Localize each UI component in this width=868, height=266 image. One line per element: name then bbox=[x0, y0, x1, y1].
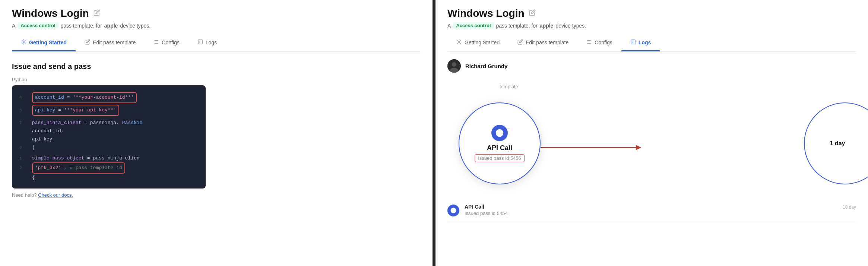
right-subtitle: A Access control pass template, for appl… bbox=[447, 22, 856, 29]
right-edit-pass-template-icon bbox=[517, 39, 523, 46]
left-tab-logs[interactable]: Logs bbox=[189, 35, 226, 51]
left-tab-edit-pass-template[interactable]: Edit pass template bbox=[76, 35, 145, 51]
right-tab-logs[interactable]: Logs bbox=[621, 35, 660, 51]
right-tab-edit-pass-template[interactable]: Edit pass template bbox=[509, 35, 577, 51]
configs-icon bbox=[153, 39, 159, 46]
right-tabs: Getting Started Edit pass template Confi… bbox=[447, 35, 856, 52]
api-call-circle: API Call Issued pass id 5456 bbox=[459, 102, 541, 184]
svg-point-8 bbox=[459, 41, 460, 43]
getting-started-icon bbox=[21, 39, 26, 46]
log-main-text: API Call bbox=[465, 204, 837, 210]
code-line-simple-pass: 1 simple_pass_object = pass_ninja_clien bbox=[19, 154, 198, 162]
code-line-7: 7 pass_ninja_client = passninja. PassNin bbox=[19, 119, 198, 127]
left-tab-getting-started-label: Getting Started bbox=[29, 39, 67, 45]
left-tab-configs-label: Configs bbox=[162, 39, 179, 45]
log-item-icon bbox=[447, 205, 459, 216]
right-tab-configs[interactable]: Configs bbox=[577, 35, 621, 51]
right-configs-icon bbox=[586, 39, 592, 46]
left-page-title: Windows Login bbox=[12, 7, 89, 19]
left-device-type: apple bbox=[104, 23, 118, 29]
left-tabs: Getting Started Edit pass template Confi… bbox=[12, 35, 421, 52]
left-tab-edit-pass-template-label: Edit pass template bbox=[93, 39, 136, 45]
right-header: Windows Login A Access control pass temp… bbox=[435, 0, 868, 52]
circle-sub-text: Issued pass id 5456 bbox=[475, 154, 525, 162]
left-tab-logs-label: Logs bbox=[206, 39, 217, 45]
log-list: API Call Issued pass id 5454 18 day bbox=[447, 199, 856, 221]
right-subtitle-suffix: pass template, for bbox=[496, 23, 538, 29]
code-highlight-account: account_id = '**your-account-id**' bbox=[32, 92, 137, 103]
left-access-control-badge: Access control bbox=[18, 22, 58, 29]
check-docs-link[interactable]: Check our docs. bbox=[38, 192, 73, 198]
left-edit-icon-button[interactable] bbox=[93, 9, 101, 19]
svg-point-17 bbox=[452, 62, 456, 67]
left-title-row: Windows Login bbox=[12, 7, 421, 19]
user-name: Richard Grundy bbox=[465, 63, 507, 69]
arrow-line bbox=[541, 147, 637, 148]
lang-label: Python bbox=[12, 77, 421, 82]
left-subtitle: A Access control pass template, for appl… bbox=[12, 22, 421, 29]
left-subtitle-suffix: pass template, for bbox=[61, 23, 102, 29]
left-panel: Windows Login A Access control pass temp… bbox=[0, 0, 433, 266]
left-tab-configs[interactable]: Configs bbox=[145, 35, 188, 51]
right-tab-getting-started[interactable]: Getting Started bbox=[447, 35, 509, 51]
edit-pass-template-icon bbox=[85, 39, 90, 46]
right-circle: 1 day bbox=[804, 102, 868, 184]
code-highlight-apikey: api_key = '**your-api-key**' bbox=[32, 105, 119, 116]
right-panel: Windows Login A Access control pass temp… bbox=[435, 0, 868, 266]
logs-icon-right bbox=[630, 39, 636, 46]
right-getting-started-icon bbox=[456, 39, 462, 46]
right-subtitle-prefix: A bbox=[447, 23, 451, 29]
right-tab-configs-label: Configs bbox=[595, 39, 612, 45]
logs-body: Richard Grundy template API Call Issued … bbox=[435, 52, 868, 266]
code-line-5: 5 api_key = '**your-api-key**' bbox=[19, 105, 198, 117]
log-text-area: API Call Issued pass id 5454 bbox=[465, 204, 837, 216]
log-time: 18 day bbox=[843, 204, 856, 210]
user-row: Richard Grundy bbox=[447, 59, 856, 73]
right-access-control-badge: Access control bbox=[453, 22, 494, 29]
log-sub-text: Issued pass id 5454 bbox=[465, 210, 837, 216]
avatar bbox=[447, 59, 461, 73]
left-panel-body: Issue and send a pass Python 4 account_i… bbox=[0, 52, 433, 266]
left-subtitle-prefix: A bbox=[12, 23, 15, 29]
section-title: Issue and send a pass bbox=[12, 62, 421, 71]
right-tab-getting-started-label: Getting Started bbox=[465, 39, 500, 45]
right-title-row: Windows Login bbox=[447, 7, 856, 19]
logs-icon-left bbox=[197, 39, 203, 46]
panel-divider bbox=[433, 0, 435, 266]
check-docs-text: Need help? Check our docs. bbox=[12, 192, 421, 198]
right-tab-edit-pass-template-label: Edit pass template bbox=[526, 39, 568, 45]
left-header: Windows Login A Access control pass temp… bbox=[0, 0, 433, 52]
right-circle-label: 1 day bbox=[830, 140, 845, 147]
svg-point-0 bbox=[23, 41, 25, 43]
code-line-4: 4 account_id = '**your-account-id**' bbox=[19, 92, 198, 104]
right-device-type: apple bbox=[540, 23, 554, 29]
code-line-account-id: account_id, bbox=[19, 127, 198, 135]
code-block: 4 account_id = '**your-account-id**' 5 a… bbox=[12, 85, 206, 189]
log-item: API Call Issued pass id 5454 18 day bbox=[447, 199, 856, 221]
left-subtitle-end: device types. bbox=[120, 23, 151, 29]
template-label: template bbox=[500, 84, 518, 89]
right-edit-icon-button[interactable] bbox=[528, 9, 536, 19]
code-line-ptk: 2 'ptk_0x2' , # pass template id bbox=[19, 162, 198, 174]
circle-api-call-label: API Call bbox=[487, 144, 512, 152]
right-subtitle-end: device types. bbox=[555, 23, 586, 29]
code-line-api-key: api_key bbox=[19, 135, 198, 143]
api-call-icon bbox=[491, 125, 508, 141]
right-tab-logs-label: Logs bbox=[639, 39, 651, 45]
code-line-close-paren: 9 ) bbox=[19, 143, 198, 152]
code-highlight-ptk: 'ptk_0x2' , # pass template id bbox=[32, 162, 125, 174]
diagram-area: template API Call Issued pass id 5456 1 … bbox=[447, 80, 856, 237]
code-line-brace: { bbox=[19, 174, 198, 182]
right-page-title: Windows Login bbox=[447, 7, 525, 19]
left-tab-getting-started[interactable]: Getting Started bbox=[12, 35, 76, 51]
